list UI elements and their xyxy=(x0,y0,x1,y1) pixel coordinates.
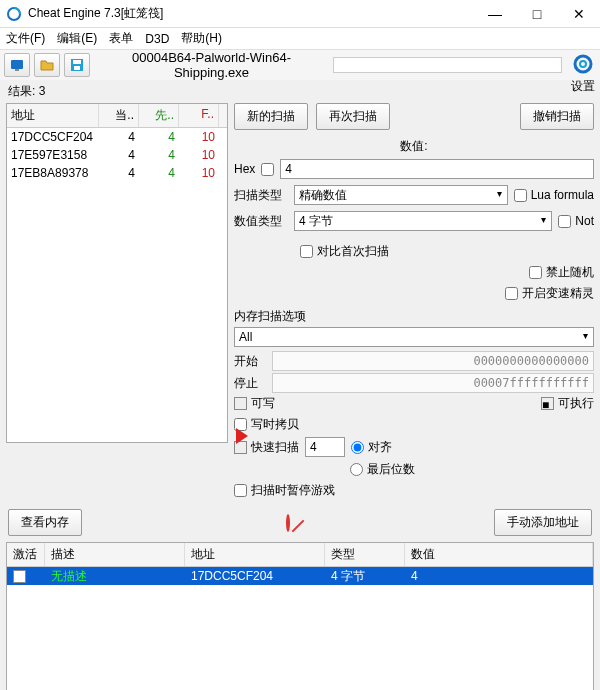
scan-type-label: 扫描类型 xyxy=(234,187,288,204)
compare-first-checkbox[interactable]: 对比首次扫描 xyxy=(300,243,389,260)
pause-checkbox[interactable]: 扫描时暂停游戏 xyxy=(234,482,335,499)
cheat-table[interactable]: 激活 描述 地址 类型 数值 无描述17DCC5CF2044 字节4 xyxy=(6,542,594,690)
menu-edit[interactable]: 编辑(E) xyxy=(57,30,97,47)
view-memory-button[interactable]: 查看内存 xyxy=(8,509,82,536)
col-address[interactable]: 地址 xyxy=(7,104,99,127)
col-addr2[interactable]: 地址 xyxy=(185,543,325,566)
svg-rect-4 xyxy=(73,60,81,64)
lua-formula-checkbox[interactable]: Lua formula xyxy=(514,188,594,202)
speed-wizard-checkbox[interactable]: 开启变速精灵 xyxy=(505,285,594,302)
svg-point-6 xyxy=(575,56,591,72)
hex-checkbox[interactable] xyxy=(261,163,274,176)
menubar: 文件(F) 编辑(E) 表单 D3D 帮助(H) xyxy=(0,28,600,50)
titlebar: Cheat Engine 7.3[虹笼筏] — □ ✕ xyxy=(0,0,600,28)
svg-rect-2 xyxy=(15,69,19,71)
writable-checkbox[interactable]: 可写 xyxy=(234,395,275,412)
menu-d3d[interactable]: D3D xyxy=(145,32,169,46)
svg-point-7 xyxy=(580,61,586,67)
settings-button[interactable]: 设置 xyxy=(568,52,598,95)
minimize-button[interactable]: — xyxy=(480,6,510,22)
cheat-row[interactable]: 无描述17DCC5CF2044 字节4 xyxy=(7,567,593,585)
close-button[interactable]: ✕ xyxy=(564,6,594,22)
not-checkbox[interactable]: Not xyxy=(558,214,594,228)
new-scan-button[interactable]: 新的扫描 xyxy=(234,103,308,130)
col-active[interactable]: 激活 xyxy=(7,543,45,566)
col-previous[interactable]: 先.. xyxy=(139,104,179,127)
stop-value[interactable]: 00007fffffffffff xyxy=(272,373,594,393)
menu-file[interactable]: 文件(F) xyxy=(6,30,45,47)
add-address-manual-button[interactable]: 手动添加地址 xyxy=(494,509,592,536)
mem-options-label: 内存扫描选项 xyxy=(234,308,594,325)
col-type[interactable]: 类型 xyxy=(325,543,405,566)
undo-scan-button[interactable]: 撤销扫描 xyxy=(520,103,594,130)
col-desc[interactable]: 描述 xyxy=(45,543,185,566)
table-row[interactable]: 17EB8A893784410 xyxy=(7,164,227,182)
maximize-button[interactable]: □ xyxy=(522,6,552,22)
value-input[interactable] xyxy=(280,159,594,179)
results-table[interactable]: 地址 当.. 先.. F.. 17DCC5CF204441017E597E315… xyxy=(6,103,228,443)
folder-open-icon xyxy=(39,57,55,73)
col-value[interactable]: 数值 xyxy=(405,543,593,566)
menu-table[interactable]: 表单 xyxy=(109,30,133,47)
window-title: Cheat Engine 7.3[虹笼筏] xyxy=(28,5,480,22)
remove-entry-icon[interactable] xyxy=(286,514,290,532)
stop-label: 停止 xyxy=(234,375,264,392)
open-process-button[interactable] xyxy=(4,53,30,77)
col-current[interactable]: 当.. xyxy=(99,104,139,127)
align-radio[interactable]: 对齐 xyxy=(351,439,392,456)
process-bar: 00004B64-Palworld-Win64-Shipping.exe xyxy=(0,50,600,80)
monitor-glow-icon xyxy=(9,57,25,73)
results-count: 结果: 3 xyxy=(0,80,600,103)
add-to-list-arrow-icon[interactable] xyxy=(232,426,252,446)
start-label: 开始 xyxy=(234,353,264,370)
start-value[interactable]: 0000000000000000 xyxy=(272,351,594,371)
table-row[interactable]: 17DCC5CF2044410 xyxy=(7,128,227,146)
process-name: 00004B64-Palworld-Win64-Shipping.exe xyxy=(94,50,329,80)
progress-bar xyxy=(333,57,562,73)
col-first[interactable]: F.. xyxy=(179,104,219,127)
table-row[interactable]: 17E597E31584410 xyxy=(7,146,227,164)
floppy-icon xyxy=(69,57,85,73)
open-file-button[interactable] xyxy=(34,53,60,77)
fast-scan-value[interactable] xyxy=(305,437,345,457)
lastdigits-radio[interactable]: 最后位数 xyxy=(350,461,415,478)
no-random-checkbox[interactable]: 禁止随机 xyxy=(529,264,594,281)
svg-rect-5 xyxy=(74,66,80,70)
executable-checkbox[interactable]: ■可执行 xyxy=(541,395,594,412)
hex-label: Hex xyxy=(234,162,255,176)
scan-type-select[interactable]: 精确数值 xyxy=(294,185,508,205)
value-type-select[interactable]: 4 字节 xyxy=(294,211,552,231)
app-icon xyxy=(6,6,22,22)
value-type-label: 数值类型 xyxy=(234,213,288,230)
next-scan-button[interactable]: 再次扫描 xyxy=(316,103,390,130)
svg-rect-1 xyxy=(11,60,23,69)
mem-region-select[interactable]: All xyxy=(234,327,594,347)
value-label: 数值: xyxy=(234,138,594,155)
save-button[interactable] xyxy=(64,53,90,77)
settings-ring-icon xyxy=(571,52,595,76)
menu-help[interactable]: 帮助(H) xyxy=(181,30,222,47)
